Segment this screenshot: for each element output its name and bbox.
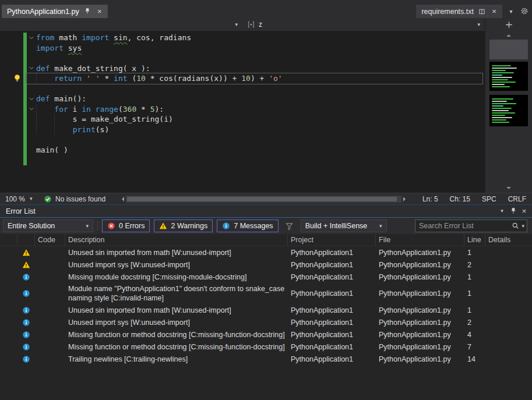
code-line[interactable]: print(s) [0, 125, 485, 135]
messages-filter-button[interactable]: 7 Messages [217, 220, 278, 232]
code-line[interactable]: s = make_dot_string(i) [0, 114, 485, 125]
code-editor[interactable]: from math import sin, cos, radiansimport… [0, 31, 485, 193]
column-project[interactable]: Project [288, 234, 376, 246]
gear-icon[interactable] [520, 6, 529, 16]
code-line[interactable]: def main(): [0, 94, 485, 104]
check-circle-icon [44, 195, 52, 203]
cell-details [485, 276, 532, 278]
warnings-filter-button[interactable]: 2 Warnings [154, 220, 213, 232]
cell-line: 4 [464, 329, 485, 341]
scroll-up-arrow[interactable] [488, 32, 530, 38]
code-line[interactable] [0, 134, 485, 145]
code-line[interactable]: import sys [0, 43, 485, 54]
glyph-margin [0, 165, 23, 176]
scrollbar-thumb[interactable] [127, 197, 397, 201]
pin-icon[interactable] [508, 206, 519, 217]
line-ending-indicator[interactable]: CRLF [502, 195, 532, 203]
column-line[interactable]: Line [464, 234, 485, 246]
error-row[interactable]: Unused sin imported from math [W:unused-… [0, 304, 532, 316]
source-dropdown[interactable]: Build + IntelliSense ▾ [301, 220, 387, 232]
horizontal-scrollbar[interactable] [118, 195, 410, 203]
panel-title-bar: Error List ▾ × [0, 205, 532, 218]
error-row[interactable]: Trailing newlines [C:trailing-newlines]P… [0, 353, 532, 365]
code-line[interactable] [0, 165, 485, 176]
error-row[interactable]: Unused sin imported from math [W:unused-… [0, 246, 532, 259]
code-line[interactable]: for i in range(360 * 5): [0, 104, 485, 115]
error-row[interactable]: Missing module docstring [C:missing-modu… [0, 271, 532, 283]
cell-project: PythonApplication1 [288, 353, 376, 365]
filter-icon[interactable] [283, 220, 297, 232]
chevron-down-icon: ▾ [30, 196, 33, 201]
fold-chevron-icon[interactable] [27, 104, 36, 115]
code-preview-block[interactable] [489, 95, 528, 126]
column-severity[interactable] [17, 234, 35, 246]
minimap[interactable] [485, 31, 532, 193]
lightbulb-icon[interactable] [0, 73, 23, 84]
column-code[interactable]: Code [35, 234, 65, 246]
row-selector [0, 309, 17, 311]
scope-dropdown[interactable]: Entire Solution ▾ [3, 220, 93, 232]
error-row[interactable]: Missing function or method docstring [C:… [0, 328, 532, 341]
code-line[interactable] [0, 84, 485, 94]
preview-line [492, 82, 516, 83]
column-indicator[interactable]: Ch: 15 [444, 195, 476, 203]
preview-line [492, 115, 505, 116]
secondary-editor-pane[interactable] [485, 18, 532, 193]
preview-line [492, 105, 503, 107]
close-icon[interactable]: × [490, 8, 498, 16]
cell-details [485, 309, 532, 311]
fold-chevron-icon[interactable] [27, 94, 36, 104]
minimap-viewport[interactable] [489, 40, 528, 59]
issues-indicator[interactable]: No issues found [38, 195, 111, 203]
close-icon[interactable]: × [519, 206, 530, 217]
code-line[interactable]: def make_dot_string( x ): [0, 63, 485, 74]
code-preview-block[interactable] [489, 62, 528, 91]
column-details[interactable]: Details [485, 234, 532, 246]
scrollbar-track[interactable] [126, 196, 401, 203]
code-line[interactable]: return ' ' * int (10 * cos(radians(x)) +… [0, 73, 485, 84]
error-row[interactable]: Missing function or method docstring [C:… [0, 341, 532, 353]
code-line[interactable]: from math import sin, cos, radians [0, 33, 485, 43]
editor-tab-bar: PythonApplication1.py × requirements.txt… [0, 0, 532, 18]
column-description[interactable]: Description [65, 234, 288, 246]
tab-pythonapplication1[interactable]: PythonApplication1.py × [2, 5, 108, 18]
tab-bar-right: requirements.txt × ▾ [416, 5, 532, 18]
code-line[interactable] [0, 53, 485, 63]
scroll-down-arrow[interactable] [488, 185, 530, 192]
cell-file: PythonApplication1.py [376, 271, 464, 283]
zoom-control[interactable]: 100 % ▾ [0, 195, 38, 203]
line-indicator[interactable]: Ln: 5 [417, 195, 444, 203]
indent-guide [54, 114, 55, 125]
code-line[interactable] [0, 155, 485, 165]
cell-description: Trailing newlines [C:trailing-newlines] [65, 353, 288, 365]
indent-guide [54, 125, 55, 135]
scroll-right-arrow[interactable] [401, 195, 410, 203]
pin-icon[interactable] [83, 8, 91, 16]
column-file[interactable]: File [376, 234, 464, 246]
errors-filter-label: 0 Errors [119, 222, 145, 230]
search-input[interactable] [415, 222, 512, 230]
close-icon[interactable]: × [96, 8, 104, 16]
window-position-icon[interactable]: ▾ [496, 206, 508, 217]
project-dropdown[interactable]: ▾ [0, 18, 242, 31]
errors-filter-button[interactable]: 0 Errors [102, 220, 150, 232]
split-icon[interactable] [485, 18, 532, 31]
fold-chevron-icon[interactable] [27, 63, 36, 74]
chevron-down-icon[interactable]: ▾ [506, 6, 516, 16]
chevron-down-icon[interactable]: ▾ [522, 224, 524, 229]
search-icon[interactable] [512, 222, 520, 230]
cell-file: PythonApplication1.py [376, 353, 464, 365]
code-line[interactable]: main( ) [0, 145, 485, 155]
error-row[interactable]: Unused import sys [W:unused-import]Pytho… [0, 316, 532, 328]
keep-open-icon[interactable] [478, 8, 486, 16]
error-row[interactable]: Module name "PythonApplication1" doesn't… [0, 283, 532, 304]
cell-project: PythonApplication1 [288, 259, 376, 271]
error-row[interactable]: Unused import sys [W:unused-import]Pytho… [0, 259, 532, 271]
member-dropdown[interactable]: z ▾ [242, 18, 485, 31]
fold-chevron-icon[interactable] [27, 33, 36, 43]
spaces-indicator[interactable]: SPC [476, 195, 502, 203]
tab-requirements[interactable]: requirements.txt × [416, 5, 502, 18]
cell-code [35, 252, 65, 254]
chevron-down-icon: ▾ [379, 224, 382, 229]
scroll-left-arrow[interactable] [118, 195, 126, 203]
